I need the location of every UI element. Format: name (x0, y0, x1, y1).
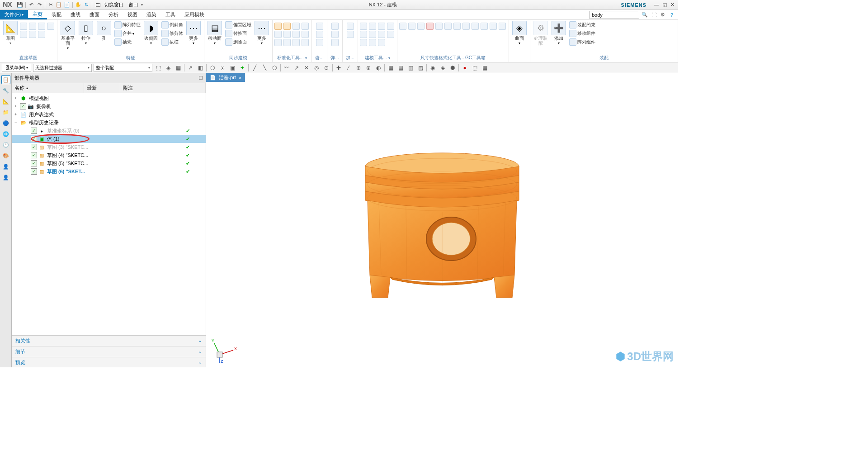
gear-icon[interactable] (316, 31, 323, 38)
gc-icon[interactable] (399, 23, 406, 30)
feature-more-button[interactable]: ⋯更多▾ (185, 21, 202, 45)
std-icon[interactable] (292, 23, 300, 30)
std-icon[interactable] (302, 23, 309, 30)
fb-icon[interactable]: ◎ (312, 64, 321, 72)
shell-button[interactable]: 抽壳 (113, 38, 142, 46)
circle-icon[interactable] (29, 31, 36, 38)
tab-view[interactable]: 视图 (123, 10, 142, 19)
fb-icon[interactable]: ▨ (416, 64, 425, 72)
mt-icon[interactable] (387, 23, 394, 30)
fb-icon[interactable]: ▤ (396, 64, 405, 72)
arc-icon[interactable] (20, 31, 27, 38)
refresh-icon[interactable]: ↻ (83, 1, 90, 9)
mt-icon[interactable] (369, 31, 376, 38)
std-icon[interactable] (274, 31, 282, 38)
fb-icon[interactable]: ⬚ (471, 64, 479, 72)
std-icon[interactable] (283, 39, 291, 46)
tab-home[interactable]: 主页 (28, 10, 47, 19)
mt-icon[interactable] (387, 31, 394, 38)
spring-icon[interactable] (331, 31, 339, 38)
add-component-button[interactable]: ➕添加▾ (550, 21, 567, 45)
fb-icon[interactable]: ⊙ (322, 64, 330, 72)
fb-icon[interactable]: ⊕ (354, 64, 363, 72)
mt-icon[interactable] (369, 39, 376, 46)
gc-icon[interactable] (490, 23, 497, 30)
assy-constraint-button[interactable]: 装配约束 (568, 21, 596, 29)
trim-body-button[interactable]: 修剪体 (160, 29, 184, 38)
gear-icon[interactable] (316, 23, 323, 30)
view-triad[interactable]: X Y Z (211, 337, 238, 364)
gc-icon[interactable] (417, 23, 425, 30)
fb-icon[interactable]: 〰 (283, 64, 291, 72)
help-icon[interactable]: ? (668, 11, 675, 19)
gc-icon[interactable] (472, 23, 479, 30)
gc-icon[interactable] (444, 23, 452, 30)
fb-icon[interactable]: ⊚ (364, 64, 373, 72)
fb-icon[interactable]: ⬡ (270, 64, 278, 72)
extrude-button[interactable]: ▯拉伸▾ (77, 21, 94, 45)
fb-icon[interactable]: ⬚ (154, 64, 162, 72)
command-search-input[interactable] (590, 11, 639, 19)
save-icon[interactable]: 💾 (16, 1, 24, 9)
sync-more-button[interactable]: ⋯更多▾ (253, 21, 270, 45)
tree-item[interactable]: +✓📷摄像机 (12, 102, 206, 110)
gc-icon[interactable] (426, 23, 434, 30)
offset-region-button[interactable]: 偏置区域 (224, 21, 252, 29)
assembly-navigator-button[interactable]: 🔧 (1, 86, 10, 95)
std-icon[interactable] (274, 39, 282, 46)
mt-icon[interactable] (378, 31, 385, 38)
angle-line-icon[interactable] (47, 23, 54, 30)
surface-button[interactable]: ◈曲面▾ (511, 21, 528, 45)
close-icon[interactable]: ✕ (670, 2, 675, 8)
std-icon[interactable] (292, 39, 300, 46)
selection-filter-combo[interactable]: 无选择过滤器▾ (33, 64, 92, 72)
mt-icon[interactable] (360, 39, 367, 46)
checkbox-icon[interactable]: ✓ (31, 144, 37, 150)
search-icon[interactable]: 🔍 (641, 11, 648, 19)
redo-icon[interactable]: ↷ (36, 1, 43, 9)
fb-icon[interactable]: ● (461, 64, 469, 72)
scope-filter-combo[interactable]: 整个装配▾ (94, 64, 152, 72)
mt-icon[interactable] (378, 39, 385, 46)
hole-button[interactable]: ○孔 (95, 21, 113, 41)
fb-icon[interactable]: ⬡ (208, 64, 217, 72)
fb-icon[interactable]: ⬢ (448, 64, 457, 72)
gc-icon[interactable] (435, 23, 443, 30)
fb-icon[interactable]: ◉ (429, 64, 437, 72)
fb-icon[interactable]: ✦ (238, 64, 246, 72)
tree-item[interactable]: ✓▨草图 (6) "SKET...✔ (12, 167, 206, 176)
edge-blend-button[interactable]: ◗边倒圆▾ (142, 21, 160, 45)
col-name[interactable]: 名称 ▴ (12, 83, 84, 93)
graphics-viewport[interactable]: 📄 活塞.prt × (206, 73, 678, 367)
section-detail[interactable]: 细节⌄ (12, 347, 206, 357)
gc-icon[interactable] (481, 23, 488, 30)
tree-item-selected[interactable]: ✓▣体 (1)✔ (12, 135, 206, 143)
fb-icon[interactable]: ▦ (387, 64, 395, 72)
fb-icon[interactable]: ⚹ (218, 64, 226, 72)
gc-icon[interactable] (462, 23, 470, 30)
checkbox-icon[interactable]: ✓ (31, 136, 37, 142)
tab-tools[interactable]: 工具 (161, 10, 180, 19)
move-component-button[interactable]: 移动组件 (568, 29, 596, 38)
fullscreen-icon[interactable]: ⛶ (650, 11, 657, 19)
line-icon[interactable] (20, 23, 27, 30)
gc-icon[interactable] (499, 23, 506, 30)
fb-icon[interactable]: ◐ (374, 64, 382, 72)
draft-button[interactable]: 拔模 (160, 38, 184, 46)
cut-icon[interactable]: ✂ (47, 1, 54, 9)
user-button[interactable]: 👤 (1, 173, 10, 182)
fb-icon[interactable]: ✚ (335, 64, 343, 72)
part-navigator-button[interactable]: 📋 (1, 75, 10, 84)
section-preview[interactable]: 预览⌄ (12, 357, 206, 367)
chamfer-button[interactable]: 倒斜角 (160, 21, 184, 29)
history-button[interactable]: 🕐 (1, 140, 10, 149)
tab-analysis[interactable]: 分析 (104, 10, 123, 19)
fb-icon[interactable]: ◧ (196, 64, 204, 72)
unite-button[interactable]: 合并 ▾ (113, 29, 142, 38)
spring-icon[interactable] (331, 39, 339, 46)
file-tab[interactable]: 文件(F) ▾ (0, 10, 28, 19)
tab-surface[interactable]: 曲面 (85, 10, 104, 19)
tree-item[interactable]: ✓▨草图 (3) "SKETC...✔ (12, 143, 206, 151)
tab-assembly[interactable]: 装配 (47, 10, 66, 19)
hd3d-button[interactable]: 🔵 (1, 119, 10, 128)
